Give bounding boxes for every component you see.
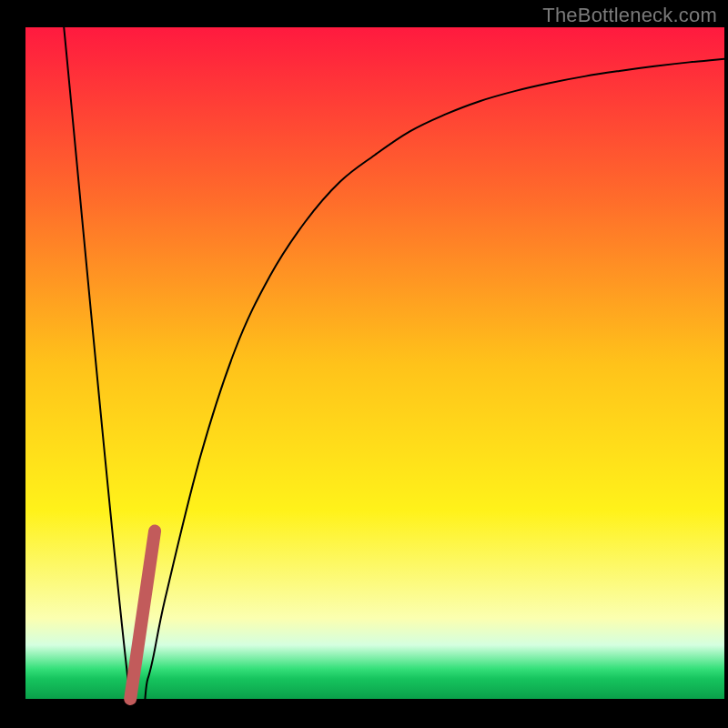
plot-background — [25, 27, 724, 699]
watermark-label: TheBottleneck.com — [542, 4, 717, 27]
chart-canvas — [0, 0, 728, 728]
chart-frame: TheBottleneck.com — [0, 0, 728, 728]
